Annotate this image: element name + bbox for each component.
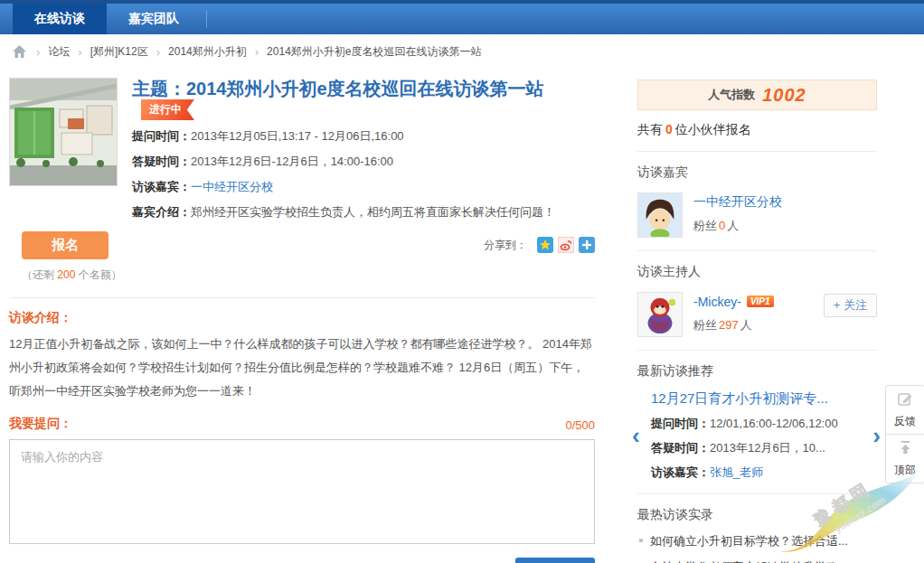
interview-header: 主题：2014郑州小升初e度名校巡回在线访谈第一站进行中 提问时间：2013年1… (9, 78, 595, 221)
fans-number: 297 (717, 318, 740, 332)
field-guest: 访谈嘉宾：一中经开区分校 (132, 178, 595, 196)
floating-panel: 反馈 顶部 (885, 385, 924, 483)
hot-interview-list: 如何确立小升初目标学校？选择合适... 立达中学华老师官方解读学校升学政... … (637, 533, 877, 563)
field-value: 2013年12月6日，10... (710, 441, 825, 455)
host-fans: 粉丝297人 (693, 317, 774, 333)
recommend-title-link[interactable]: 12月27日育才小升初测评专... (651, 390, 828, 408)
title-line: 主题：2014郑州小升初e度名校巡回在线访谈第一站进行中 (132, 78, 595, 120)
field-value: 12/01,16:00-12/06,12:00 (710, 417, 838, 430)
interview-info: 主题：2014郑州小升初e度名校巡回在线访谈第一站进行中 提问时间：2013年1… (132, 78, 595, 221)
more-share-icon[interactable] (579, 237, 595, 253)
top-nav-bar: 在线访谈 嘉宾团队 (0, 0, 924, 34)
nav-separator (206, 10, 207, 28)
ask-heading: 我要提问： (9, 416, 72, 432)
vip-row: 成为E度VIP会员，优先获得嘉宾解答>> 我要提问 (9, 558, 595, 563)
quota-prefix: （还剩 (22, 268, 57, 281)
carousel-prev-icon[interactable]: ‹ (632, 427, 640, 445)
ask-heading-row: 我要提问： 0/500 (9, 416, 595, 432)
popularity-label: 人气指数 (708, 87, 755, 103)
feedback-label: 反馈 (894, 414, 916, 429)
recommend-guest: 访谈嘉宾：张旭_老师 (651, 464, 866, 481)
signup-count-prefix: 共有 (637, 122, 663, 136)
guest-link[interactable]: 一中经开区分校 (191, 180, 273, 193)
hot-section-heading: 最热访谈实录 (637, 507, 877, 523)
weibo-share-icon[interactable] (558, 237, 574, 253)
fans-label: 粉丝 (693, 219, 717, 232)
guest-name-link[interactable]: 一中经开区分校 (693, 194, 782, 211)
vip-badge: VIP1 (747, 296, 774, 307)
top-label: 顶部 (894, 463, 916, 478)
field-label: 嘉宾介绍： (132, 205, 191, 219)
field-value: 2013年12月05日,13:17 - 12月06日,16:00 (191, 129, 404, 143)
field-label: 提问时间： (132, 129, 191, 143)
carousel-next-icon[interactable]: › (872, 427, 881, 445)
breadcrumb-2014-xsc[interactable]: 2014郑州小升初 (168, 44, 247, 60)
nav-tabs: 在线访谈 嘉宾团队 (0, 4, 924, 34)
top-arrow-icon (898, 440, 913, 459)
signup-count-suffix: 位小伙伴报名 (675, 122, 751, 136)
host-section-heading: 访谈主持人 (637, 264, 877, 280)
recommend-guest-link[interactable]: 张旭_老师 (710, 465, 763, 479)
hot-list-item[interactable]: 如何确立小升初目标学校？选择合适... (637, 533, 877, 549)
signup-button[interactable]: 报名 (22, 231, 108, 259)
guest-section-heading: 访谈嘉宾 (637, 164, 877, 181)
nav-tab-online-interview[interactable]: 在线访谈 (13, 4, 107, 34)
breadcrumb-zhengzhou-k12[interactable]: [郑州]K12区 (90, 44, 148, 60)
guest-avatar[interactable] (637, 192, 683, 238)
share-label: 分享到： (484, 238, 527, 253)
feedback-icon (898, 391, 913, 410)
home-icon[interactable] (13, 45, 26, 58)
field-label: 提问时间： (651, 417, 710, 430)
quota-remaining: （还剩 200 个名额） (22, 267, 122, 283)
intro-heading: 访谈介绍： (9, 310, 595, 326)
popularity-box: 人气指数 1002 (637, 80, 877, 110)
host-info: -Mickey-VIP1 粉丝297人 (693, 292, 774, 337)
recommend-carousel: ‹ › 12月27日育才小升初测评专... 提问时间：12/01,16:00-1… (637, 380, 877, 481)
main-content: 主题：2014郑州小升初e度名校巡回在线访谈第一站进行中 提问时间：2013年1… (9, 78, 595, 563)
fans-label: 粉丝 (693, 318, 717, 332)
field-label: 访谈嘉宾： (132, 180, 191, 193)
recommend-section-heading: 最新访谈推荐 (637, 363, 877, 380)
ask-submit-button[interactable]: 我要提问 (515, 558, 595, 563)
field-value: 郑州经开区实验学校招生负责人，相约周五将直面家长解决任何问题！ (191, 205, 555, 219)
feedback-button[interactable]: 反馈 (886, 386, 924, 434)
sidebar: 人气指数 1002 共有0位小伙伴报名 访谈嘉宾 一中经开区分校 粉丝0人 访谈… (637, 80, 877, 563)
breadcrumb-forum[interactable]: 论坛 (48, 44, 70, 60)
field-answer-time: 答疑时间：2013年12月6日-12月6日，14:00-16:00 (132, 153, 595, 171)
page-title: 主题：2014郑州小升初e度名校巡回在线访谈第一站 (132, 79, 544, 99)
field-guest-intro: 嘉宾介绍：郑州经开区实验学校招生负责人，相约周五将直面家长解决任何问题！ (132, 203, 595, 221)
char-counter: 0/500 (565, 418, 595, 432)
breadcrumb-separator: › (148, 45, 168, 59)
recommend-question-time: 提问时间：12/01,16:00-12/06,12:00 (651, 416, 866, 432)
breadcrumb-separator: › (28, 45, 48, 59)
follow-button[interactable]: + 关注 (824, 294, 877, 317)
signup-count-number: 0 (663, 122, 675, 136)
breadcrumb-separator: › (70, 45, 90, 59)
back-to-top-button[interactable]: 顶部 (886, 434, 924, 483)
school-thumbnail[interactable] (9, 78, 118, 186)
qzone-share-icon[interactable] (537, 237, 553, 253)
nav-tab-guest-team[interactable]: 嘉宾团队 (107, 4, 201, 34)
fans-unit: 人 (727, 219, 739, 232)
fans-number: 0 (717, 219, 727, 232)
quota-number: 200 (57, 268, 75, 281)
breadcrumb: › 论坛 › [郑州]K12区 › 2014郑州小升初 › 2014郑州小升初e… (0, 34, 924, 69)
signup-row: 报名 （还剩 200 个名额） 分享到： (9, 231, 595, 283)
guest-fans: 粉丝0人 (693, 218, 782, 234)
host-name-line: -Mickey-VIP1 (693, 294, 774, 310)
question-input[interactable] (9, 439, 595, 544)
breadcrumb-separator: › (247, 45, 267, 59)
field-question-time: 提问时间：2013年12月05日,13:17 - 12月06日,16:00 (132, 127, 595, 145)
recommend-answer-time: 答疑时间：2013年12月6日，10... (651, 440, 866, 456)
share-row: 分享到： (484, 237, 595, 253)
guest-info: 一中经开区分校 粉丝0人 (693, 192, 782, 238)
quota-suffix: 个名额） (75, 268, 121, 281)
signup-count: 共有0位小伙伴报名 (637, 122, 877, 138)
sidebar-divider (637, 493, 877, 494)
sidebar-divider (637, 250, 877, 251)
hot-list-item[interactable]: 立达中学华老师官方解读学校升学政... (637, 559, 877, 563)
sidebar-divider (637, 350, 877, 351)
field-label: 访谈嘉宾： (651, 465, 710, 479)
host-avatar[interactable] (637, 292, 683, 337)
host-name-link[interactable]: -Mickey- (693, 295, 741, 309)
